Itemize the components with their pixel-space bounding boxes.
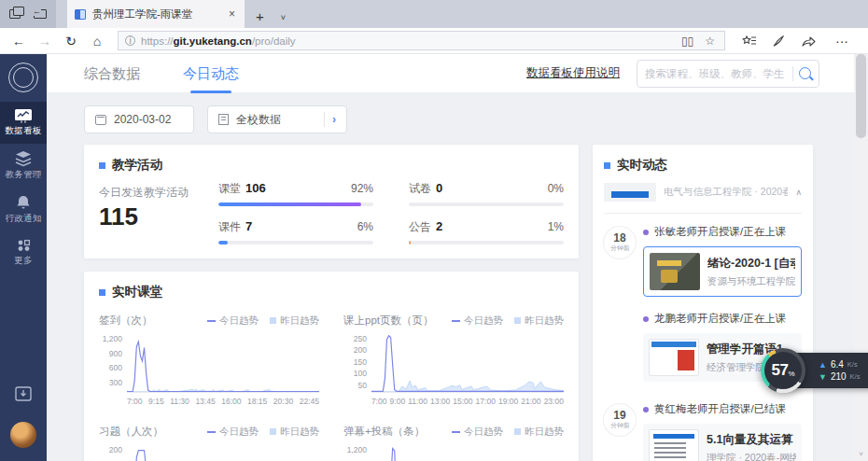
tab-close-icon[interactable]: × [227, 7, 237, 21]
course-title: 绪论-2020-1 [自动保存的] [707, 256, 795, 272]
scroll-up-icon[interactable]: ∧ [795, 188, 802, 197]
page-content: 综合数据 今日动态 数据看板使用说明 2020-03-02 全校数据 › [47, 54, 868, 461]
sidebar-item-label: 更多 [14, 255, 33, 267]
refresh-button[interactable]: ↻ [60, 34, 82, 49]
scope-value: 全校数据 [236, 112, 281, 128]
tab-today[interactable]: 今日动态 [183, 54, 239, 93]
download-speed: 210 [831, 371, 847, 382]
course-thumbnail [650, 253, 700, 290]
course-thumbnail [604, 183, 656, 202]
progress-fill [409, 241, 411, 244]
course-title: 5.1向量及其运算 [707, 432, 796, 448]
download-arrow-icon: ▼ [819, 372, 827, 382]
calendar-icon [95, 115, 106, 125]
layers-icon [14, 150, 33, 167]
dashboard-help-link[interactable]: 数据看板使用说明 [526, 65, 620, 81]
time-badge: 18 分钟前 [604, 227, 636, 258]
url-text[interactable]: https://git.yuketang.cn/pro/daily [141, 35, 673, 47]
line-plot [371, 335, 564, 393]
course-thumbnail [649, 339, 699, 376]
upload-arrow-icon: ▲ [819, 360, 827, 370]
progress-ring[interactable]: 57 % [761, 348, 805, 393]
tab-overview[interactable]: 综合数据 [84, 54, 140, 93]
feed-divider [604, 213, 802, 214]
stat-exam: 试卷00% [409, 181, 564, 206]
building-icon [218, 114, 229, 125]
line-plot [127, 446, 319, 461]
tab-list-chevron-icon[interactable]: ˅ [275, 13, 291, 28]
chart-title: 习题（人次） [99, 425, 163, 439]
panel-title: 实时课堂 [112, 284, 162, 300]
tab-preview-icon[interactable] [9, 9, 21, 19]
browser-toolbar: ← → ↻ ⌂ i https://git.yuketang.cn/pro/da… [0, 28, 868, 54]
course-card[interactable]: 绪论-2020-1 [自动保存的] 资源与环境工程学院 · 2020春... [643, 246, 802, 297]
share-icon[interactable] [801, 35, 816, 48]
feed-event: 张敏老师开启授课/正在上课 [643, 225, 802, 239]
panel-bullet [99, 289, 105, 296]
progress-track [218, 203, 373, 206]
user-avatar[interactable] [10, 422, 36, 448]
search-icon[interactable] [799, 67, 811, 79]
dashboard-chart-icon [14, 108, 33, 123]
progress-fill [218, 241, 228, 244]
app-sidebar: 数据看板 教务管理 行政通知 更多 [0, 54, 47, 461]
search-divider [792, 66, 793, 81]
progress-fill [218, 203, 361, 206]
progress-track [218, 241, 373, 244]
favorite-star-icon[interactable]: ☆ [702, 35, 718, 48]
network-speed-overlay[interactable]: ▲6.4K/s ▼210K/s 57 % [761, 348, 868, 393]
feed-item: 18 分钟前 张敏老师开启授课/正在上课 绪论-2020-1 [自动保存的] 资… [604, 225, 802, 297]
event-dot [643, 230, 649, 235]
chevron-right-icon[interactable]: › [332, 113, 336, 126]
reading-view-icon[interactable]: ▯▯ [679, 35, 696, 48]
back-button[interactable]: ← [7, 34, 30, 49]
clipped-text: 电气与信息工程学院 · 2020春… [664, 186, 788, 199]
realtime-feed-panel: 实时动态 电气与信息工程学院 · 2020春… ∧ 18 分钟前 张敏老师开启授… [593, 145, 813, 461]
download-tray-icon[interactable] [14, 384, 33, 407]
page-scrollbar[interactable]: ˅ [854, 54, 868, 461]
new-tab-button[interactable]: + [245, 8, 275, 28]
address-bar[interactable]: i https://git.yuketang.cn/pro/daily ▯▯ ☆ [118, 31, 725, 50]
sidebar-item-notice[interactable]: 行政通知 [0, 188, 47, 231]
home-button[interactable]: ⌂ [86, 34, 108, 49]
panel-bullet [99, 162, 105, 169]
teaching-activity-panel: 教学活动 今日发送教学活动 115 课堂10692% 试 [84, 145, 579, 258]
scope-selector[interactable]: 全校数据 › [207, 105, 347, 133]
tabs-aside-icon[interactable] [34, 9, 47, 19]
tab-favicon-icon [75, 9, 86, 20]
time-badge: 19 分钟前 [604, 404, 636, 436]
progress-track [409, 203, 564, 206]
activity-total-value: 115 [99, 203, 218, 231]
tab-actions [0, 0, 56, 28]
y-axis: 20015010050 [99, 446, 127, 461]
panel-title: 实时动态 [617, 157, 667, 174]
grid-dots-icon [16, 238, 31, 253]
date-value: 2020-03-02 [114, 113, 171, 126]
event-dot [643, 316, 649, 322]
scrollbar-down-icon[interactable]: ˅ [854, 450, 868, 458]
feed-clipped-item[interactable]: 电气与信息工程学院 · 2020春… ∧ [604, 183, 802, 202]
hub-favorites-icon[interactable] [742, 35, 757, 48]
upload-unit: K/s [847, 360, 858, 369]
download-unit: K/s [850, 372, 861, 381]
sidebar-item-academic[interactable]: 教务管理 [0, 144, 47, 188]
forward-button[interactable]: → [34, 34, 56, 49]
search-input[interactable] [645, 68, 787, 79]
settings-more-icon[interactable]: ··· [831, 34, 853, 49]
annotate-pen-icon[interactable] [772, 35, 786, 48]
course-thumbnail [649, 429, 699, 461]
browser-tab[interactable]: 贵州理工学院-雨课堂 × [67, 0, 245, 28]
site-info-icon[interactable]: i [125, 35, 135, 46]
school-logo [8, 63, 38, 92]
progress-track [409, 241, 564, 244]
scrollbar-thumb[interactable] [856, 54, 866, 138]
date-picker[interactable]: 2020-03-02 [84, 105, 194, 133]
feed-item: 19 分钟前 黄红梅老师开启授课/已结课 5.1向量及其运算 理学院 · 202… [604, 402, 802, 461]
chart-danmaku: 弹幕+投稿（条） 今日趋势昨日趋势 1,200900600300 [343, 425, 564, 461]
course-subtitle: 理学院 · 2020春-网络191,网... [707, 452, 796, 461]
course-card[interactable]: 5.1向量及其运算 理学院 · 2020春-网络191,网... [643, 424, 802, 461]
sidebar-item-more[interactable]: 更多 [0, 231, 47, 273]
search-box[interactable] [637, 60, 819, 88]
browser-tab-bar: 贵州理工学院-雨课堂 × + ˅ [0, 0, 868, 28]
sidebar-item-dashboard[interactable]: 数据看板 [0, 102, 47, 144]
